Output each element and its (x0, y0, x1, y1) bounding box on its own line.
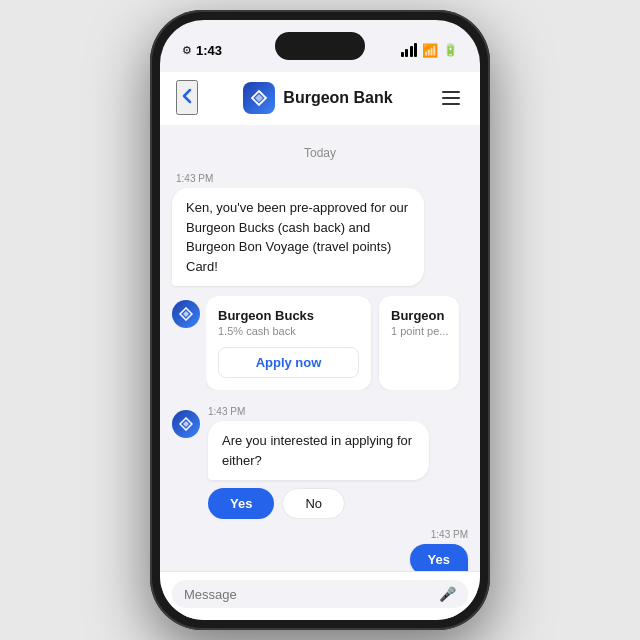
brand-name: Burgeon Bank (283, 89, 392, 107)
no-button[interactable]: No (282, 488, 345, 519)
date-divider: Today (160, 143, 480, 161)
bot-message-2-time: 1:43 PM (208, 406, 468, 417)
card2-subtitle: 1 point pe... (391, 325, 447, 337)
back-button[interactable] (176, 80, 198, 115)
user-bubble-1: Yes (410, 544, 468, 571)
phone-frame: ⚙ 1:43 📶 🔋 (150, 10, 490, 630)
message-input[interactable] (184, 587, 431, 602)
status-time: 1:43 (196, 43, 222, 58)
bot-message-2-content: 1:43 PM Are you interested in applying f… (208, 406, 468, 519)
bot-bubble-1: Ken, you've been pre-approved for our Bu… (172, 188, 424, 286)
card2-title: Burgeon (391, 308, 447, 323)
dynamic-island (275, 32, 365, 60)
mic-icon[interactable]: 🎤 (439, 586, 456, 602)
battery-icon: 🔋 (443, 43, 458, 57)
brand-logo (243, 82, 275, 114)
burgeon-bucks-card: Burgeon Bucks 1.5% cash back Apply now (206, 296, 371, 390)
svg-marker-3 (183, 311, 189, 317)
bon-voyage-card: Burgeon 1 point pe... (379, 296, 459, 390)
status-icons: 📶 🔋 (401, 43, 459, 58)
nav-header: Burgeon Bank (160, 72, 480, 125)
card1-title: Burgeon Bucks (218, 308, 359, 323)
bot-avatar-2 (172, 410, 200, 438)
phone-screen: ⚙ 1:43 📶 🔋 (160, 20, 480, 620)
apply-now-button[interactable]: Apply now (218, 347, 359, 378)
user-message-1: 1:43 PM Yes (160, 529, 480, 571)
card1-subtitle: 1.5% cash back (218, 325, 359, 337)
user-message-1-time: 1:43 PM (431, 529, 468, 540)
bot-avatar-1 (172, 300, 200, 328)
bot-bubble-2: Are you interested in applying for eithe… (208, 421, 429, 480)
response-buttons: Yes No (208, 488, 468, 519)
bot-message-1-time: 1:43 PM (172, 173, 468, 184)
signal-icon (401, 43, 418, 57)
wifi-icon: 📶 (422, 43, 438, 58)
yes-button[interactable]: Yes (208, 488, 274, 519)
input-area: 🎤 (160, 571, 480, 620)
chat-area[interactable]: Today 1:43 PM Ken, you've been pre-appro… (160, 125, 480, 571)
card-row: Burgeon Bucks 1.5% cash back Apply now B… (206, 296, 468, 390)
brand: Burgeon Bank (243, 82, 392, 114)
menu-button[interactable] (438, 87, 464, 109)
svg-marker-1 (255, 94, 263, 102)
bot-message-1: 1:43 PM Ken, you've been pre-approved fo… (160, 173, 480, 286)
cards-section: Burgeon Bucks 1.5% cash back Apply now B… (160, 296, 480, 398)
input-row: 🎤 (172, 580, 468, 608)
bot-message-2: 1:43 PM Are you interested in applying f… (160, 406, 480, 519)
svg-marker-5 (183, 421, 189, 427)
gear-icon: ⚙ (182, 44, 192, 57)
